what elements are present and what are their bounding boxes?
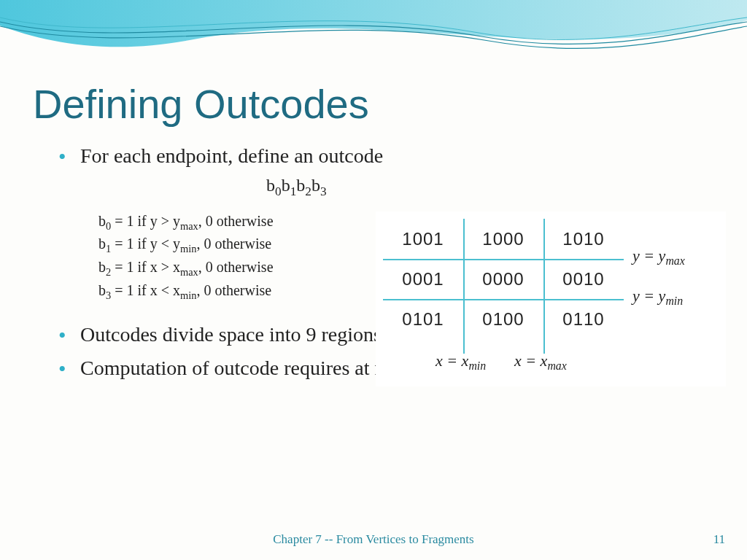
grid-cell: 1001 — [383, 219, 463, 259]
outcode-region-diagram: 1001 1000 1010 0001 0000 0010 0101 0100 … — [376, 211, 726, 386]
bullet-item-1: For each endpoint, define an outcode — [58, 142, 718, 170]
grid-cell: 0010 — [543, 259, 624, 299]
grid-cell: 1010 — [543, 219, 624, 259]
grid-cell: 1000 — [463, 219, 543, 259]
footer-chapter: Chapter 7 -- From Vertices to Fragments — [0, 532, 747, 547]
header-wave-decoration — [0, 0, 747, 88]
label-xmax: x = xmax — [514, 351, 567, 373]
grid-cell: 0100 — [463, 299, 543, 339]
label-xmin: x = xmin — [436, 351, 486, 373]
grid-cell: 0000 — [463, 259, 543, 299]
slide-title: Defining Outcodes — [33, 80, 369, 128]
label-ymin: y = ymin — [632, 287, 683, 308]
grid-cell: 0110 — [543, 299, 624, 339]
label-ymax: y = ymax — [632, 246, 685, 268]
bit-formula: b0b1b2b3 — [266, 176, 718, 199]
grid-cell: 0001 — [383, 259, 463, 299]
footer-page-number: 11 — [713, 532, 725, 547]
grid-cell: 0101 — [383, 299, 463, 339]
